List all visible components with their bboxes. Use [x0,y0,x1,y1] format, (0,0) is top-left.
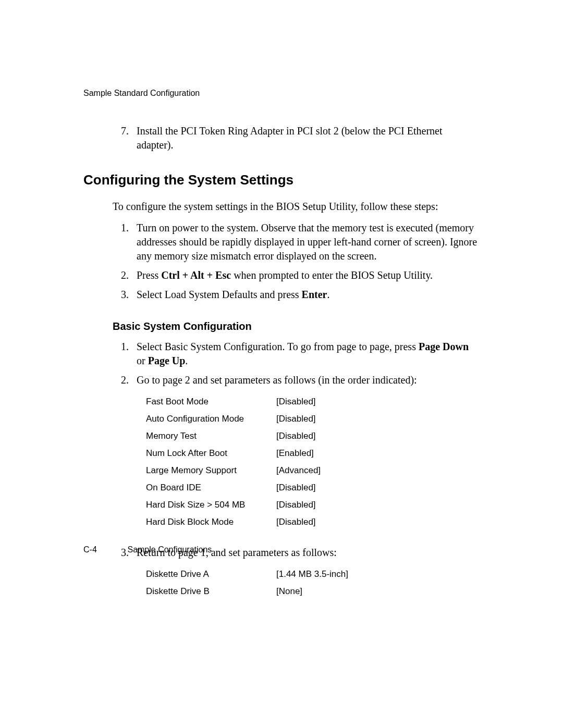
list-item: Install the PCI Token Ring Adapter in PC… [131,124,480,152]
table-row: Diskette Drive B[None] [146,583,348,600]
steps-list: Turn on power to the system. Observe tha… [113,221,480,302]
param-label: Hard Disk Size > 504 MB [146,497,276,514]
key-name: Page Up [148,355,186,366]
param-label: Memory Test [146,428,276,445]
text: Select Basic System Configuration. To go… [137,341,419,352]
params-table-page2: Fast Boot Mode[Disabled]Auto Configurati… [146,393,321,531]
table-row: Hard Disk Size > 504 MB[Disabled] [146,497,321,514]
param-label: Large Memory Support [146,462,276,479]
text: Select Load System Defaults and press [137,289,302,300]
params-table-page1: Diskette Drive A[1.44 MB 3.5-inch]Disket… [146,566,348,600]
list-item: Press Ctrl + Alt + Esc when prompted to … [131,268,480,282]
param-label: Auto Configuration Mode [146,411,276,428]
bsc-list: Select Basic System Configuration. To go… [113,340,480,600]
table-row: Diskette Drive A[1.44 MB 3.5-inch] [146,566,348,583]
list-item: Turn on power to the system. Observe tha… [131,221,480,263]
heading-basic-system-config: Basic System Configuration [113,319,480,334]
param-label: Hard Disk Block Mode [146,514,276,531]
body-content: Install the PCI Token Ring Adapter in PC… [83,124,480,600]
table-row: On Board IDE[Disabled] [146,479,321,497]
text: . [185,355,188,366]
param-label: Diskette Drive A [146,566,276,583]
text: or [137,355,148,366]
text: Go to page 2 and set parameters as follo… [137,374,417,386]
param-value: [Advanced] [276,462,321,479]
key-name: Page Down [419,341,469,352]
running-head: Sample Standard Configuration [83,89,480,98]
table-row: Fast Boot Mode[Disabled] [146,393,321,411]
table-row: Auto Configuration Mode[Disabled] [146,411,321,428]
list-item: Select Basic System Configuration. To go… [131,340,480,368]
param-value: [Disabled] [276,514,321,531]
text: . [327,289,329,300]
param-value: [1.44 MB 3.5-inch] [276,566,348,583]
param-value: [None] [276,583,348,600]
list-item: Go to page 2 and set parameters as follo… [131,373,480,531]
table-row: Memory Test[Disabled] [146,428,321,445]
text: when prompted to enter the BIOS Setup Ut… [231,269,433,281]
param-value: [Disabled] [276,411,321,428]
page-footer: C-4 Sample Configurations [83,545,212,554]
param-value: [Disabled] [276,428,321,445]
param-value: [Disabled] [276,393,321,411]
table-row: Large Memory Support[Advanced] [146,462,321,479]
footer-section: Sample Configurations [127,545,212,554]
table-row: Num Lock After Boot[Enabled] [146,445,321,462]
heading-configuring: Configuring the System Settings [83,171,480,189]
param-value: [Enabled] [276,445,321,462]
page: Sample Standard Configuration Install th… [0,0,563,728]
key-name: Enter [302,289,327,300]
param-label: Num Lock After Boot [146,445,276,462]
page-number: C-4 [83,545,125,554]
param-label: Fast Boot Mode [146,393,276,411]
continued-list: Install the PCI Token Ring Adapter in PC… [113,124,480,152]
param-value: [Disabled] [276,497,321,514]
table-row: Hard Disk Block Mode[Disabled] [146,514,321,531]
list-item: Select Load System Defaults and press En… [131,288,480,302]
param-label: On Board IDE [146,479,276,497]
text: Press [137,269,161,281]
key-combo: Ctrl + Alt + Esc [161,269,231,281]
param-value: [Disabled] [276,479,321,497]
param-label: Diskette Drive B [146,583,276,600]
intro-paragraph: To configure the system settings in the … [113,200,480,214]
